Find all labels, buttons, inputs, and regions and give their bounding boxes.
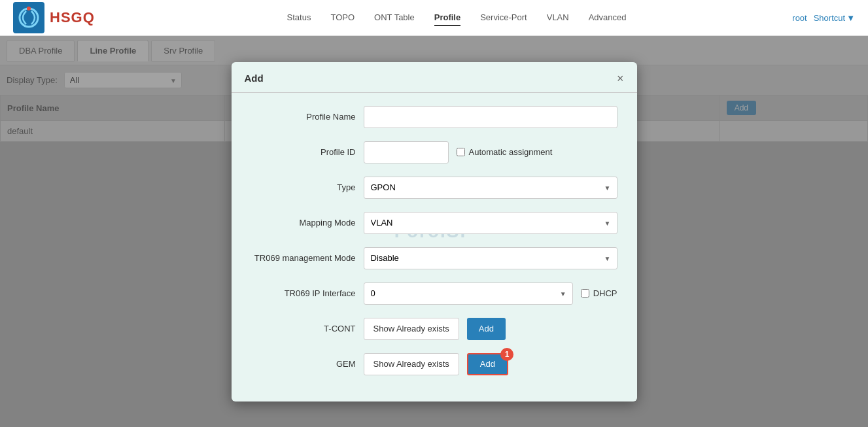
main-content: DBA Profile Line Profile Srv Profile Dis… <box>0 36 868 427</box>
label-tr069-ip: TR069 IP Interface <box>251 288 356 298</box>
label-gem: GEM <box>251 359 356 369</box>
nav-user: root <box>792 13 807 23</box>
form-row-mapping-mode: Mapping Mode VLAN <box>251 212 617 234</box>
tr069-ip-select-wrap: 0 <box>364 282 573 305</box>
form-row-profile-name: Profile Name <box>251 106 617 128</box>
label-tr069-mode: TR069 management Mode <box>251 253 356 263</box>
label-type: Type <box>251 182 356 192</box>
svg-point-2 <box>27 7 31 10</box>
form-row-type: Type GPON <box>251 177 617 199</box>
nav-profile[interactable]: Profile <box>434 10 460 26</box>
form-row-gem: GEM Show Already exists Add 1 <box>251 353 617 375</box>
nav-topo[interactable]: TOPO <box>330 10 355 26</box>
label-profile-name: Profile Name <box>251 112 356 122</box>
nav-items: Status TOPO ONT Table Profile Service-Po… <box>121 10 793 26</box>
dhcp-checkbox[interactable] <box>581 289 589 298</box>
t-cont-add-button[interactable]: Add <box>467 318 506 340</box>
mapping-mode-select-wrap: VLAN <box>364 212 617 234</box>
gem-show-exists-button[interactable]: Show Already exists <box>364 353 459 375</box>
gem-add-wrapper: Add 1 <box>467 353 508 375</box>
tr069-ip-select[interactable]: 0 <box>364 282 573 305</box>
nav-status[interactable]: Status <box>287 10 311 26</box>
logo-text: HSGQ <box>50 9 95 26</box>
nav-vlan[interactable]: VLAN <box>547 10 569 26</box>
modal-close-button[interactable]: × <box>617 73 624 84</box>
modal-title: Add <box>245 73 264 84</box>
modal-body: ForoISP Profile Name Profile ID Automati… <box>232 93 637 401</box>
label-profile-id: Profile ID <box>251 147 356 157</box>
automatic-assignment-checkbox[interactable] <box>457 148 465 156</box>
automatic-assignment-label: Automatic assignment <box>457 147 553 157</box>
logo-area: HSGQ <box>13 2 95 33</box>
tr069-mode-select[interactable]: Disable <box>364 247 617 269</box>
input-profile-id[interactable] <box>364 141 449 163</box>
label-t-cont: T-CONT <box>251 324 356 333</box>
form-row-t-cont: T-CONT Show Already exists Add <box>251 318 617 340</box>
type-select-wrap: GPON <box>364 177 617 199</box>
modal-overlay: Add × ForoISP Profile Name Profile ID <box>0 36 868 427</box>
form-row-profile-id: Profile ID Automatic assignment <box>251 141 617 163</box>
nav-ont-table[interactable]: ONT Table <box>374 10 415 26</box>
modal-header: Add × <box>232 62 637 93</box>
dhcp-label: DHCP <box>581 288 617 298</box>
nav-right: root Shortcut ▼ <box>792 13 855 23</box>
input-profile-name[interactable] <box>364 106 617 128</box>
nav-service-port[interactable]: Service-Port <box>480 10 527 26</box>
modal-dialog: Add × ForoISP Profile Name Profile ID <box>232 62 637 401</box>
nav-shortcut[interactable]: Shortcut ▼ <box>814 13 855 23</box>
form-row-tr069-mode: TR069 management Mode Disable <box>251 247 617 269</box>
gem-badge: 1 <box>500 348 513 361</box>
logo-icon <box>13 2 44 33</box>
type-select[interactable]: GPON <box>364 177 617 199</box>
tr069-mode-select-wrap: Disable <box>364 247 617 269</box>
label-mapping-mode: Mapping Mode <box>251 218 356 228</box>
mapping-mode-select[interactable]: VLAN <box>364 212 617 234</box>
nav-advanced[interactable]: Advanced <box>589 10 627 26</box>
t-cont-show-exists-button[interactable]: Show Already exists <box>364 318 459 340</box>
top-nav: HSGQ Status TOPO ONT Table Profile Servi… <box>0 0 868 36</box>
form-row-tr069-ip: TR069 IP Interface 0 DHCP <box>251 282 617 305</box>
